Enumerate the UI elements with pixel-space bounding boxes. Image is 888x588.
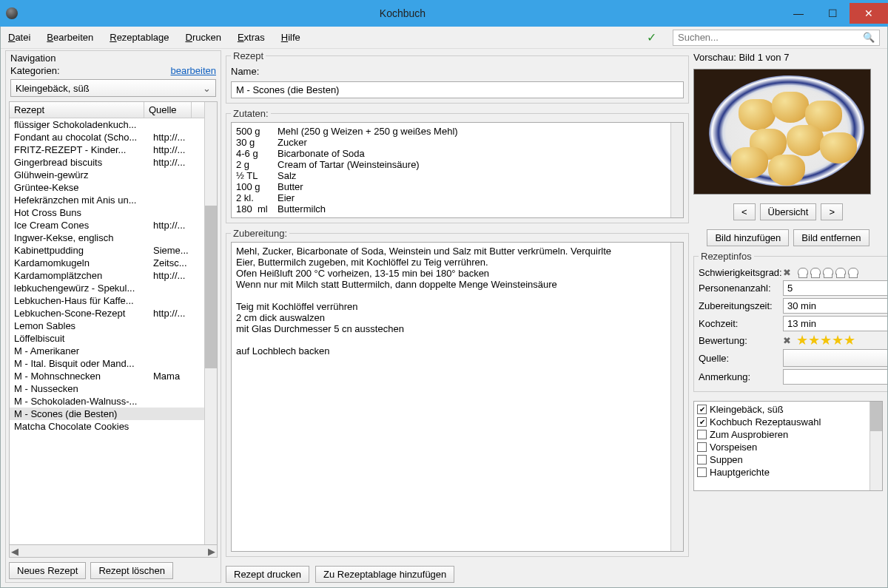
add-to-ablage-button[interactable]: Zu Rezeptablage hinzufügen (315, 566, 454, 583)
list-item[interactable]: M - Scones (die Besten) (10, 408, 204, 420)
chevron-down-icon: ⌄ (203, 83, 211, 94)
category-selected: Kleingebäck, süß (16, 83, 90, 94)
list-item[interactable]: Hot Cross Buns (10, 206, 204, 219)
recipe-name-input[interactable] (231, 81, 684, 98)
list-item[interactable]: KardamomkugelnZeitsc... (10, 257, 204, 269)
recipe-legend: Rezept (231, 50, 266, 61)
scrollbar-thumb[interactable] (205, 206, 217, 368)
category-check-item[interactable]: Hauptgerichte (697, 466, 867, 479)
persons-label: Personenanzahl: (699, 283, 780, 294)
check-icon: ✓ (647, 30, 656, 44)
search-icon[interactable]: 🔍 (863, 32, 875, 43)
list-item[interactable]: Ingwer-Kekse, englisch (10, 232, 204, 244)
menu-drucken[interactable]: Drucken (185, 32, 221, 43)
list-item[interactable]: M - Amerikaner (10, 345, 204, 357)
cooktime-input[interactable] (783, 316, 887, 331)
category-checklist[interactable]: ✔Kleingebäck, süß✔Kochbuch Rezeptauswahl… (694, 402, 870, 490)
menu-datei[interactable]: Datei (8, 32, 30, 43)
menu-hilfe[interactable]: Hilfe (281, 32, 300, 43)
category-check-item[interactable]: ✔Kochbuch Rezeptauswahl (697, 416, 867, 428)
menubar: Datei Bearbeiten Rezeptablage Drucken Ex… (1, 27, 887, 49)
info-legend: Rezeptinfos (699, 251, 754, 262)
add-image-button[interactable]: Bild hinzufügen (707, 229, 789, 246)
list-item[interactable]: Lebkuchen-Haus für Kaffe... (10, 294, 204, 307)
edit-categories-link[interactable]: bearbeiten (171, 65, 216, 76)
list-item[interactable]: M - Schokoladen-Walnuss-... (10, 395, 204, 408)
list-item[interactable]: M - Ital. Bisquit oder Mand... (10, 357, 204, 370)
preparation-textarea[interactable]: Mehl, Zucker, Bicarbonate of Soda, Weins… (232, 243, 670, 551)
category-check-item[interactable]: Zum Ausprobieren (697, 428, 867, 441)
list-item[interactable]: Fondant au chocolat (Scho...http://... (10, 131, 204, 143)
note-label: Anmerkung: (699, 371, 780, 382)
list-item[interactable]: Löffelbiscuit (10, 332, 204, 345)
category-check-item[interactable]: Vorspeisen (697, 441, 867, 453)
search-box[interactable]: 🔍 (673, 30, 880, 46)
list-item[interactable]: M - Nussecken (10, 382, 204, 395)
source-select[interactable]: ⌄ (783, 349, 887, 367)
preview-image (693, 69, 871, 195)
prev-image-button[interactable]: < (733, 203, 756, 220)
ingredients-scrollbar[interactable] (670, 123, 683, 217)
list-item[interactable]: Kardamomplätzchenhttp://... (10, 269, 204, 282)
window-title: Kochbuch (24, 7, 781, 19)
list-item[interactable]: Hefekränzchen mit Anis un... (10, 194, 204, 206)
category-scrollbar[interactable] (870, 402, 882, 490)
preptime-input[interactable] (783, 298, 887, 314)
name-label: Name: (231, 66, 259, 77)
clear-difficulty-icon[interactable]: ✖ (783, 267, 791, 278)
minimize-button[interactable]: — (781, 3, 815, 24)
list-item[interactable]: Lemon Sables (10, 320, 204, 332)
close-button[interactable]: ✕ (850, 3, 888, 24)
rating-stars[interactable]: ★★★★★ (796, 334, 855, 347)
list-item[interactable]: Glühwein-gewürz (10, 169, 204, 181)
list-item[interactable]: lebkuchengewürz - Spekul... (10, 282, 204, 294)
print-recipe-button[interactable]: Rezept drucken (226, 566, 309, 583)
list-item[interactable]: Matcha Chocolate Cookies (10, 420, 204, 433)
difficulty-rating[interactable] (796, 268, 858, 278)
list-item[interactable]: Ice Cream Coneshttp://... (10, 219, 204, 232)
list-item[interactable]: KabinettpuddingSieme... (10, 244, 204, 257)
list-item[interactable]: Grüntee-Kekse (10, 181, 204, 194)
search-input[interactable] (678, 32, 863, 43)
list-item[interactable]: FRITZ-REZEPT - Kinder...http://... (10, 143, 204, 156)
recipe-list[interactable]: Rezept Quelle flüssiger Schokoladenkuch.… (10, 102, 204, 544)
preview-label: Vorschau: Bild 1 von 7 (693, 52, 883, 63)
source-label: Quelle: (699, 353, 780, 364)
list-item[interactable]: flüssiger Schokoladenkuch... (10, 118, 204, 131)
cooktime-label: Kochzeit: (699, 318, 780, 329)
list-item[interactable]: Lebkuchen-Scone-Rezepthttp://... (10, 307, 204, 320)
next-image-button[interactable]: > (821, 203, 843, 220)
rating-label: Bewertung: (699, 335, 780, 346)
note-input[interactable] (783, 369, 887, 385)
category-check-item[interactable]: ✔Kleingebäck, süß (697, 403, 867, 416)
app-icon (6, 7, 18, 19)
difficulty-label: Schwierigkeitsgrad: (699, 267, 780, 278)
list-horizontal-scrollbar[interactable]: ◀▶ (9, 545, 218, 558)
maximize-button[interactable]: ☐ (815, 3, 850, 24)
prep-legend: Zubereitung: (231, 228, 289, 239)
prep-scrollbar[interactable] (670, 243, 683, 551)
col-header-rezept[interactable]: Rezept (10, 102, 144, 118)
clear-rating-icon[interactable]: ✖ (783, 335, 791, 346)
delete-recipe-button[interactable]: Rezept löschen (90, 562, 173, 579)
menu-bearbeiten[interactable]: Bearbeiten (47, 32, 93, 43)
categories-label: Kategorien: (10, 65, 60, 76)
category-select[interactable]: Kleingebäck, süß ⌄ (10, 79, 216, 97)
nav-legend: Navigation (10, 53, 216, 64)
menu-extras[interactable]: Extras (238, 32, 265, 43)
menu-rezeptablage[interactable]: Rezeptablage (110, 32, 169, 43)
overview-button[interactable]: Übersicht (760, 203, 817, 220)
new-recipe-button[interactable]: Neues Rezept (9, 562, 86, 579)
list-item[interactable]: M - MohnschneckenMama (10, 370, 204, 382)
category-check-item[interactable]: Suppen (697, 453, 867, 466)
titlebar: Kochbuch — ☐ ✕ (0, 0, 888, 27)
ingredients-legend: Zutaten: (231, 108, 271, 119)
remove-image-button[interactable]: Bild entfernen (793, 229, 869, 246)
scrollbar-thumb[interactable] (870, 402, 882, 431)
list-vertical-scrollbar[interactable] (204, 102, 217, 544)
persons-input[interactable] (783, 280, 887, 296)
list-item[interactable]: Gingerbread biscuitshttp://... (10, 156, 204, 169)
preptime-label: Zubereitungszeit: (699, 300, 780, 311)
col-header-quelle[interactable]: Quelle (144, 102, 192, 118)
ingredients-textarea[interactable]: 500 gMehl (250 g Weizen + 250 g weißes M… (232, 123, 670, 217)
